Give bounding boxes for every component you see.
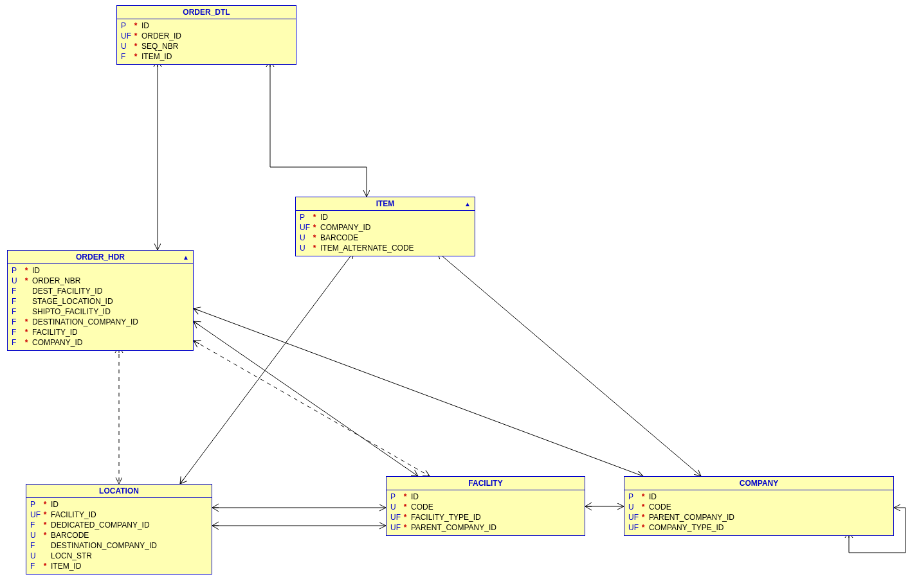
attribute-flag: F: [12, 317, 23, 327]
entity-title-text: ORDER_DTL: [183, 8, 230, 17]
required-marker: *: [132, 51, 139, 62]
attribute-flag: F: [12, 307, 23, 317]
entity-item[interactable]: ITEM ▲ P*IDUF*COMPANY_IDU*BARCODEU*ITEM_…: [295, 197, 475, 256]
entity-location[interactable]: LOCATION P*IDUF*FACILITY_IDF*DEDICATED_C…: [26, 484, 212, 575]
required-marker: *: [23, 276, 30, 286]
required-marker: *: [640, 522, 646, 533]
required-marker: *: [311, 222, 318, 233]
attribute-flag: U: [121, 41, 132, 51]
attribute-name: ITEM_ID: [48, 561, 81, 571]
entity-attributes: P*IDU*CODEUF*PARENT_COMPANY_IDUF*COMPANY…: [624, 490, 893, 535]
attribute-flag: U: [12, 276, 23, 286]
required-marker: *: [311, 233, 318, 243]
attribute-flag: F: [12, 327, 23, 337]
attribute-flag: F: [30, 561, 42, 571]
entity-title: FACILITY: [387, 477, 585, 490]
attribute-name: BARCODE: [48, 530, 89, 540]
attribute-row: U*CODE: [390, 502, 581, 512]
required-marker: *: [132, 41, 139, 51]
attribute-row: F*FACILITY_ID: [12, 327, 189, 337]
attribute-row: UF*ORDER_ID: [121, 31, 292, 41]
attribute-flag: U: [300, 243, 311, 253]
attribute-flag: UF: [390, 512, 402, 522]
attribute-name: FACILITY_ID: [48, 510, 96, 520]
required-marker: *: [42, 510, 48, 520]
attribute-flag: F: [30, 540, 42, 551]
attribute-name: ID: [646, 492, 657, 502]
entity-company[interactable]: COMPANY P*IDU*CODEUF*PARENT_COMPANY_IDUF…: [624, 476, 894, 536]
required-marker: *: [640, 512, 646, 522]
attribute-row: UF*FACILITY_TYPE_ID: [390, 512, 581, 522]
attribute-row: FSHIPTO_FACILITY_ID: [12, 307, 189, 317]
attribute-row: P*ID: [30, 499, 208, 510]
attribute-flag: UF: [628, 512, 640, 522]
attribute-row: F*COMPANY_ID: [12, 337, 189, 348]
attribute-row: F*DEDICATED_COMPANY_ID: [30, 520, 208, 530]
attribute-row: U*ORDER_NBR: [12, 276, 189, 286]
attribute-name: STAGE_LOCATION_ID: [30, 296, 113, 307]
required-marker: *: [640, 502, 646, 512]
attribute-name: ID: [408, 492, 419, 502]
required-marker: *: [311, 243, 318, 253]
entity-facility[interactable]: FACILITY P*IDU*CODEUF*FACILITY_TYPE_IDUF…: [386, 476, 585, 536]
attribute-flag: UF: [30, 510, 42, 520]
attribute-name: PARENT_COMPANY_ID: [408, 522, 496, 533]
entity-title: ORDER_DTL: [117, 6, 296, 19]
required-marker: *: [311, 212, 318, 222]
attribute-name: ID: [30, 265, 40, 276]
required-marker: *: [402, 512, 408, 522]
entity-title: LOCATION: [26, 485, 212, 498]
attribute-row: FSTAGE_LOCATION_ID: [12, 296, 189, 307]
attribute-flag: U: [390, 502, 402, 512]
attribute-flag: UF: [300, 222, 311, 233]
attribute-name: CODE: [646, 502, 671, 512]
entity-title-text: LOCATION: [99, 486, 139, 495]
attribute-row: U*BARCODE: [30, 530, 208, 540]
attribute-row: UF*PARENT_COMPANY_ID: [390, 522, 581, 533]
attribute-name: ID: [318, 212, 328, 222]
attribute-row: U*CODE: [628, 502, 889, 512]
er-diagram-canvas: { "chart_data": { "type": "er-diagram", …: [0, 0, 919, 588]
attribute-name: COMPANY_TYPE_ID: [646, 522, 723, 533]
required-marker: *: [640, 492, 646, 502]
attribute-flag: UF: [628, 522, 640, 533]
required-marker: *: [402, 492, 408, 502]
attribute-row: P*ID: [121, 21, 292, 31]
attribute-flag: F: [12, 296, 23, 307]
attribute-flag: UF: [121, 31, 132, 41]
entity-title-text: COMPANY: [740, 479, 778, 488]
required-marker: *: [23, 265, 30, 276]
attribute-row: P*ID: [390, 492, 581, 502]
entity-title: ORDER_HDR ▲: [8, 251, 193, 264]
attribute-name: COMPANY_ID: [30, 337, 82, 348]
attribute-row: P*ID: [300, 212, 471, 222]
attribute-name: PARENT_COMPANY_ID: [646, 512, 734, 522]
attribute-row: UF*COMPANY_ID: [300, 222, 471, 233]
entity-order-hdr[interactable]: ORDER_HDR ▲ P*IDU*ORDER_NBRFDEST_FACILIT…: [7, 250, 194, 351]
attribute-row: FDESTINATION_COMPANY_ID: [30, 540, 208, 551]
required-marker: *: [42, 561, 48, 571]
attribute-row: UF*FACILITY_ID: [30, 510, 208, 520]
attribute-name: BARCODE: [318, 233, 358, 243]
attribute-name: SEQ_NBR: [139, 41, 178, 51]
attribute-flag: P: [300, 212, 311, 222]
entity-order-dtl[interactable]: ORDER_DTL P*IDUF*ORDER_IDU*SEQ_NBRF*ITEM…: [116, 5, 296, 65]
attribute-flag: U: [30, 530, 42, 540]
attribute-name: FACILITY_ID: [30, 327, 78, 337]
attribute-name: ORDER_ID: [139, 31, 181, 41]
required-marker: *: [42, 530, 48, 540]
attribute-flag: P: [628, 492, 640, 502]
attribute-name: DEST_FACILITY_ID: [30, 286, 102, 296]
attribute-row: F*DESTINATION_COMPANY_ID: [12, 317, 189, 327]
attribute-name: DESTINATION_COMPANY_ID: [48, 540, 157, 551]
entity-title-text: ITEM: [376, 199, 395, 208]
attribute-flag: F: [30, 520, 42, 530]
attribute-name: COMPANY_ID: [318, 222, 370, 233]
entity-attributes: P*IDUF*ORDER_IDU*SEQ_NBRF*ITEM_ID: [117, 19, 296, 64]
required-marker: *: [132, 31, 139, 41]
attribute-name: DESTINATION_COMPANY_ID: [30, 317, 138, 327]
required-marker: *: [402, 522, 408, 533]
entity-attributes: P*IDU*ORDER_NBRFDEST_FACILITY_IDFSTAGE_L…: [8, 264, 193, 350]
collapse-marker-icon: ▲: [183, 254, 189, 261]
attribute-row: P*ID: [628, 492, 889, 502]
